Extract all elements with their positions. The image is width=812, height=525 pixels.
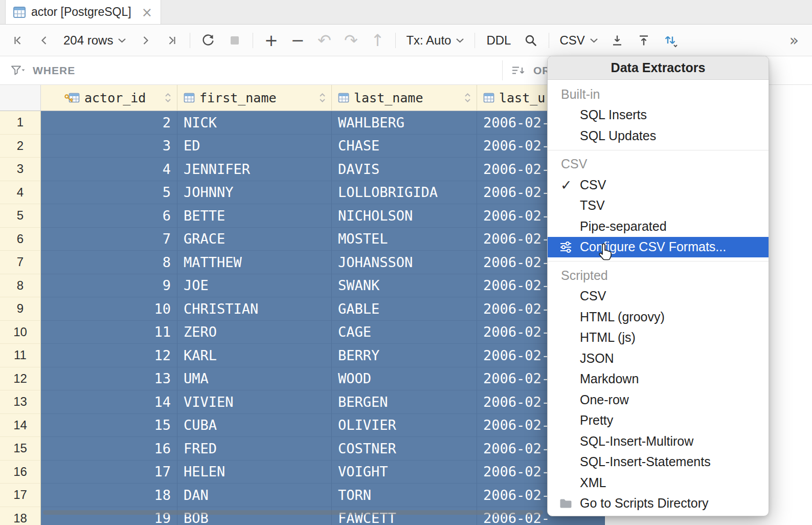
column-header-first-name[interactable]: first_name [177,85,332,111]
cell-first-name[interactable]: NICK [177,111,332,135]
menu-item-sql-insert-multirow[interactable]: SQL-Insert-Multirow [548,431,769,452]
cell-actor-id[interactable]: 11 [41,321,177,344]
submit-arrow-icon[interactable]: ↑ [366,29,389,52]
menu-item-scripted-csv[interactable]: CSV [548,286,769,307]
menu-item-xml[interactable]: XML [548,472,769,493]
last-page-button[interactable] [160,29,184,52]
row-number[interactable]: 15 [0,437,41,461]
overflow-menu-icon[interactable]: » [782,29,806,52]
cell-actor-id[interactable]: 12 [41,344,177,367]
refresh-icon[interactable] [196,29,220,52]
add-row-button[interactable]: + [259,29,283,52]
cell-actor-id[interactable]: 10 [41,297,177,321]
ddl-button[interactable]: DDL [481,29,516,52]
first-page-button[interactable] [6,29,30,52]
row-number[interactable]: 10 [0,321,41,344]
cell-first-name[interactable]: JENNIFER [177,158,332,181]
row-number[interactable]: 6 [0,228,41,251]
cell-last-name[interactable]: BERGEN [332,390,477,414]
data-extractor-selector[interactable]: CSV [555,29,602,52]
cell-actor-id[interactable]: 14 [41,390,177,414]
cell-first-name[interactable]: DAN [177,484,332,507]
select-all-corner[interactable] [0,85,41,111]
row-number[interactable]: 1 [0,111,41,135]
menu-item-html-js[interactable]: HTML (js) [548,327,769,348]
row-number[interactable]: 4 [0,181,41,205]
cell-actor-id[interactable]: 4 [41,158,177,181]
row-number[interactable]: 11 [0,344,41,367]
cell-last-name[interactable]: CHASE [332,135,477,158]
next-page-button[interactable] [133,29,157,52]
cell-first-name[interactable]: MATTHEW [177,251,332,274]
where-filter-field[interactable]: WHERE [0,56,502,84]
cell-last-name[interactable]: WAHLBERG [332,111,477,135]
column-header-last-name[interactable]: last_name [332,85,477,111]
cell-last-name[interactable]: CAGE [332,321,477,344]
row-number[interactable]: 9 [0,297,41,321]
cell-last-name[interactable]: MOSTEL [332,228,477,251]
close-icon[interactable]: × [142,6,153,19]
menu-item-sql-updates[interactable]: SQL Updates [548,125,769,146]
cell-last-name[interactable]: WOOD [332,367,477,391]
cell-first-name[interactable]: ZERO [177,321,332,344]
cell-actor-id[interactable]: 8 [41,251,177,274]
redo-icon[interactable]: ↷ [339,29,363,52]
menu-item-json[interactable]: JSON [548,348,769,369]
stop-icon[interactable] [223,29,246,52]
cell-first-name[interactable]: HELEN [177,461,332,484]
tab-actor-postgresql[interactable]: actor [PostgreSQL] × [5,0,161,24]
menu-item-sql-insert-statements[interactable]: SQL-Insert-Statements [548,452,769,473]
cell-last-name[interactable]: OLIVIER [332,414,477,438]
cell-first-name[interactable]: KARL [177,344,332,367]
menu-item-configure-csv-formats[interactable]: Configure CSV Formats... [548,237,769,258]
row-number[interactable]: 13 [0,390,41,414]
row-number[interactable]: 2 [0,135,41,158]
cell-first-name[interactable]: JOHNNY [177,181,332,205]
cell-last-name[interactable]: VOIGHT [332,461,477,484]
cell-actor-id[interactable]: 16 [41,437,177,461]
menu-item-tsv[interactable]: TSV [548,195,769,216]
cell-last-name[interactable]: NICHOLSON [332,204,477,228]
cell-last-name[interactable]: LOLLOBRIGIDA [332,181,477,205]
row-number[interactable]: 5 [0,204,41,228]
sync-arrows-icon[interactable] [659,29,682,52]
cell-last-name[interactable]: BERRY [332,344,477,367]
delete-row-button[interactable]: − [286,29,309,52]
cell-actor-id[interactable]: 7 [41,228,177,251]
cell-first-name[interactable]: JOE [177,274,332,298]
cell-actor-id[interactable]: 17 [41,461,177,484]
cell-first-name[interactable]: BETTE [177,204,332,228]
page-size-selector[interactable]: 204 rows [59,29,130,52]
menu-item-markdown[interactable]: Markdown [548,369,769,390]
cell-actor-id[interactable]: 15 [41,414,177,438]
cell-first-name[interactable]: BOB [177,507,332,525]
cell-first-name[interactable]: CHRISTIAN [177,297,332,321]
menu-item-html-groovy[interactable]: HTML (groovy) [548,307,769,327]
row-number[interactable]: 12 [0,367,41,391]
export-data-icon[interactable] [605,29,629,52]
cell-actor-id[interactable]: 5 [41,181,177,205]
row-number[interactable]: 7 [0,251,41,274]
cell-first-name[interactable]: FRED [177,437,332,461]
cell-first-name[interactable]: UMA [177,367,332,391]
cell-first-name[interactable]: CUBA [177,414,332,438]
row-number[interactable]: 16 [0,461,41,484]
cell-actor-id[interactable]: 19 [41,507,177,525]
menu-item-csv[interactable]: ✓ CSV [548,174,769,195]
cell-actor-id[interactable]: 6 [41,204,177,228]
column-header-actor-id[interactable]: actor_id [41,85,177,111]
cell-actor-id[interactable]: 9 [41,274,177,298]
cell-first-name[interactable]: GRACE [177,228,332,251]
menu-item-pretty[interactable]: Pretty [548,410,769,431]
cell-actor-id[interactable]: 18 [41,484,177,507]
cell-actor-id[interactable]: 13 [41,367,177,391]
cell-last-name[interactable]: DAVIS [332,158,477,181]
search-icon[interactable] [519,29,543,52]
cell-first-name[interactable]: VIVIEN [177,390,332,414]
cell-last-name[interactable]: GABLE [332,297,477,321]
cell-last-name[interactable]: TORN [332,484,477,507]
cell-last-name[interactable]: SWANK [332,274,477,298]
horizontal-scrollbar[interactable] [43,510,543,515]
row-number[interactable]: 18 [0,507,41,525]
cell-actor-id[interactable]: 3 [41,135,177,158]
